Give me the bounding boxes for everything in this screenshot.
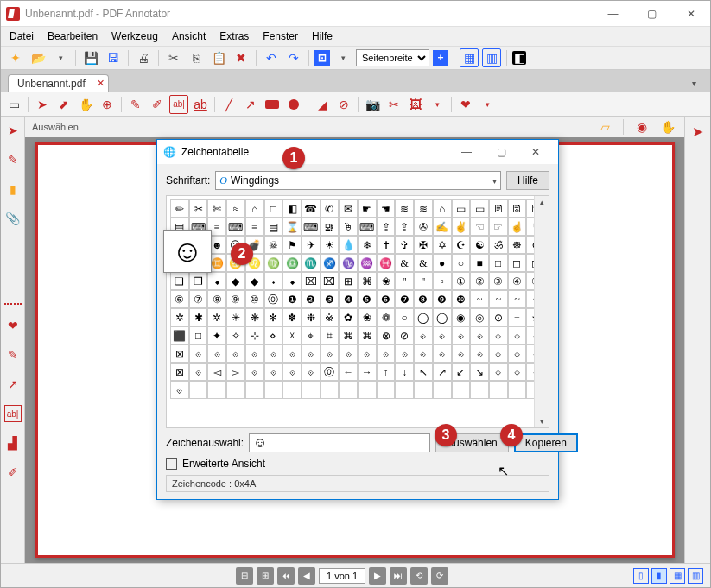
char-cell[interactable]: ⊗ — [377, 326, 396, 345]
view-book-icon[interactable]: ▥ — [688, 568, 703, 584]
char-cell[interactable]: ⟐ — [470, 345, 489, 363]
char-cell[interactable]: ☜ — [470, 218, 489, 236]
char-cell[interactable]: ⟐ — [189, 363, 208, 381]
char-cell[interactable]: ☓ — [282, 326, 302, 345]
line-icon[interactable]: ╱ — [219, 95, 238, 114]
char-cell[interactable]: 💧 — [339, 236, 358, 254]
char-cell[interactable]: ❺ — [358, 290, 377, 308]
char-cell[interactable]: ◯ — [414, 308, 433, 326]
char-cell[interactable] — [414, 381, 433, 399]
sidebar-stamp-icon[interactable]: ▟ — [4, 434, 22, 452]
char-cell[interactable]: ❶ — [282, 290, 302, 308]
char-cell[interactable] — [395, 381, 414, 399]
char-cell[interactable] — [489, 381, 508, 399]
sidebar-pen-icon[interactable]: ✎ — [4, 151, 22, 168]
char-cell[interactable]: ◆ — [226, 272, 245, 290]
char-cell[interactable]: ⑥ — [170, 290, 189, 308]
char-cell[interactable]: ⌨ — [226, 218, 245, 236]
char-cell[interactable]: ☚ — [377, 199, 396, 218]
char-cell[interactable]: ⌂ — [433, 199, 452, 218]
char-cell[interactable]: ⟐ — [321, 345, 340, 363]
char-cell[interactable]: ☪ — [452, 236, 471, 254]
char-cell[interactable]: ⟐ — [433, 326, 452, 345]
char-cell[interactable]: □ — [489, 254, 508, 272]
char-cell[interactable]: ⟐ — [302, 345, 321, 363]
char-cell[interactable]: ⚑ — [282, 236, 302, 254]
char-cell[interactable] — [226, 381, 245, 399]
menu-hilfe[interactable]: Hilfe — [308, 28, 336, 44]
extended-checkbox[interactable] — [166, 458, 177, 470]
char-cell[interactable]: " — [414, 272, 433, 290]
char-cell[interactable]: ❸ — [321, 290, 340, 308]
char-cell[interactable]: ⟐ — [414, 326, 433, 345]
char-cell[interactable]: ◧ — [282, 199, 302, 218]
char-cell[interactable]: ○ — [452, 254, 471, 272]
fav-dropdown-icon[interactable]: ▾ — [478, 95, 497, 114]
layout2-icon[interactable]: ▥ — [482, 48, 501, 67]
nav-back-icon[interactable]: ⟲ — [410, 567, 428, 585]
char-cell[interactable]: ⟐ — [245, 363, 264, 381]
char-cell[interactable]: ☠ — [264, 236, 283, 254]
char-cell[interactable]: ≡ — [245, 218, 264, 236]
char-cell[interactable]: ⟐ — [170, 381, 189, 399]
dropdown3-icon[interactable]: ▾ — [428, 95, 447, 114]
char-cell[interactable]: ⟐ — [377, 345, 396, 363]
char-cell[interactable]: ✂ — [189, 199, 208, 218]
char-cell[interactable] — [452, 381, 471, 399]
text-tool-icon[interactable]: ab| — [169, 95, 188, 114]
whiteout-icon[interactable]: ⊘ — [334, 95, 353, 114]
char-cell[interactable]: ▭ — [470, 199, 489, 218]
char-cell[interactable]: 🖳 — [321, 218, 340, 236]
char-cell[interactable]: ⟐ — [226, 345, 245, 363]
char-cell[interactable]: ♒ — [358, 254, 377, 272]
char-cell[interactable]: + — [508, 308, 527, 326]
char-cell[interactable]: ✲ — [207, 308, 226, 326]
hand-icon[interactable]: ✋ — [76, 95, 95, 114]
char-cell[interactable]: ↗ — [433, 363, 452, 381]
toggle-icon[interactable]: ◉ — [632, 117, 651, 136]
char-cell[interactable]: ↖ — [414, 363, 433, 381]
char-cell[interactable]: ≈ — [226, 199, 245, 218]
snapshot-icon[interactable]: 📷 — [363, 95, 382, 114]
char-cell[interactable]: □ — [189, 326, 208, 345]
sb-btn1-icon[interactable]: ⊟ — [236, 567, 253, 585]
char-cell[interactable]: ⟐ — [489, 363, 508, 381]
char-cell[interactable]: ⊞ — [339, 272, 358, 290]
sidebar-pen2-icon[interactable]: ✎ — [4, 346, 22, 364]
zoom-tool-icon[interactable]: ⊕ — [98, 95, 117, 114]
favorite-icon[interactable]: ❤ — [456, 95, 475, 114]
char-cell[interactable]: ⓪ — [321, 363, 340, 381]
char-cell[interactable]: ✳ — [226, 308, 245, 326]
char-cell[interactable]: ❽ — [414, 290, 433, 308]
char-cell[interactable]: ⊘ — [395, 326, 414, 345]
char-cell[interactable]: ⑧ — [207, 290, 226, 308]
char-cell[interactable]: ⟐ — [414, 345, 433, 363]
pen-icon[interactable]: ✎ — [126, 95, 145, 114]
menu-werkzeug[interactable]: Werkzeug — [108, 28, 162, 44]
cursor-tool-icon[interactable]: ➤ — [33, 95, 52, 114]
char-cell[interactable]: ↙ — [452, 363, 471, 381]
char-cell[interactable]: ⌘ — [358, 272, 377, 290]
lasso-icon[interactable]: ⬈ — [54, 95, 73, 114]
char-cell[interactable]: ③ — [489, 272, 508, 290]
sidebar-clip-icon[interactable]: 📎 — [4, 210, 22, 227]
char-cell[interactable]: ❼ — [395, 290, 414, 308]
sidebar-arrow-icon[interactable]: ↗ — [4, 376, 22, 393]
char-cell[interactable]: ❏ — [170, 272, 189, 290]
saveas-icon[interactable]: 🖫 — [104, 48, 123, 67]
char-cell[interactable]: ⬥ — [207, 272, 226, 290]
char-cell[interactable]: ⌧ — [302, 272, 321, 290]
char-cell[interactable]: ⋄ — [264, 326, 283, 345]
char-cell[interactable]: ⟐ — [470, 326, 489, 345]
sidebar-marker2-icon[interactable]: ✐ — [4, 464, 22, 481]
char-cell[interactable]: ✦ — [207, 326, 226, 345]
char-cell[interactable]: ✆ — [321, 199, 340, 218]
char-cell[interactable]: ✏ — [170, 199, 189, 218]
char-cell[interactable]: ~ — [508, 290, 527, 308]
sidebar-note-icon[interactable]: ▮ — [4, 180, 22, 198]
char-cell[interactable]: ✠ — [414, 236, 433, 254]
char-cell[interactable]: ⟐ — [264, 363, 283, 381]
text-underline-icon[interactable]: ab — [191, 95, 210, 114]
char-cell[interactable]: ❹ — [339, 290, 358, 308]
char-cell[interactable]: & — [395, 254, 414, 272]
